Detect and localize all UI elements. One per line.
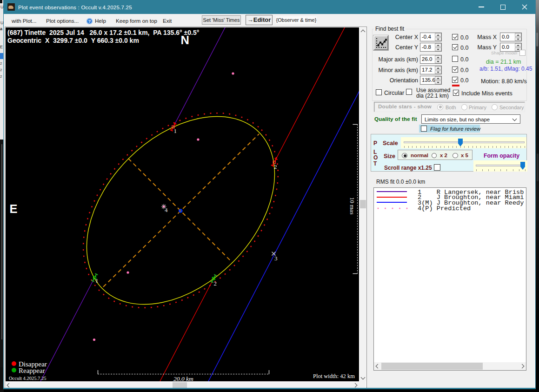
svg-text:4: 4 — [165, 206, 168, 213]
svg-text:3: 3 — [274, 255, 278, 262]
svg-text:Plot width: 42 km: Plot width: 42 km — [313, 373, 355, 379]
svg-text:10 mas: 10 mas — [349, 197, 356, 214]
svg-text:20.0 km: 20.0 km — [173, 375, 193, 381]
svg-text:E: E — [10, 202, 18, 215]
svg-text:1: 1 — [95, 277, 99, 284]
svg-text:(687) Tinette 2025 Jul 14 2: (687) Tinette 2025 Jul 14 26.0 x 17.2 ±0… — [7, 29, 199, 36]
svg-text:Reappear: Reappear — [19, 367, 45, 374]
svg-text:N: N — [181, 33, 189, 47]
svg-text:1: 1 — [174, 127, 177, 134]
svg-text:Occult 4.2025.7.25: Occult 4.2025.7.25 — [9, 376, 47, 381]
svg-text:2: 2 — [214, 280, 217, 287]
svg-text:Geocentric X 3299.7 ±0.0 Y: Geocentric X 3299.7 ±0.0 Y 660.3 ±0.0 km — [7, 37, 139, 44]
svg-text:2: 2 — [274, 163, 277, 170]
